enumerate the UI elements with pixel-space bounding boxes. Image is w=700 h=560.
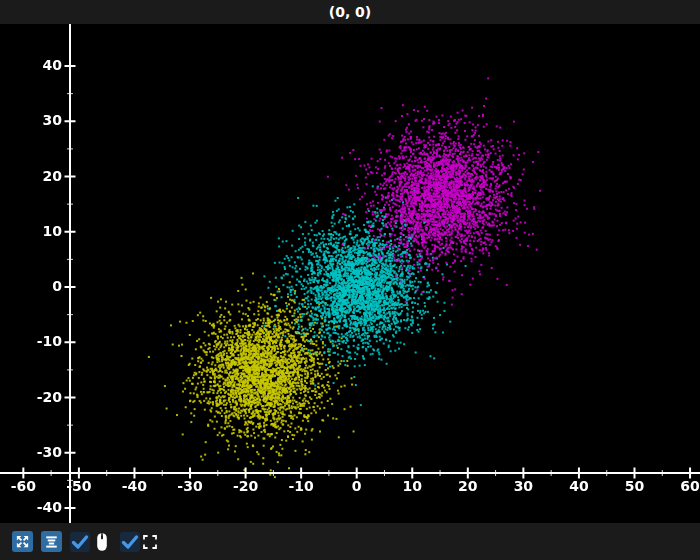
plot-area[interactable]: -60-50-40-30-20-100102030405060403020100… [0,24,700,523]
maintain-aspect-control [120,532,158,552]
expand-arrows-icon [15,534,30,549]
panzoom-control [70,532,112,552]
toolbar [0,523,700,560]
fullscreen-icon [142,534,158,550]
checkmark-icon [70,532,90,552]
checkmark-icon [120,532,140,552]
align-center-icon [44,534,59,549]
center-scene-button[interactable] [41,531,62,552]
scatter-canvas[interactable] [0,24,700,523]
subplot-header: (0, 0) [0,0,700,24]
auto-scale-button[interactable] [12,531,33,552]
panzoom-checkbox[interactable] [70,532,90,552]
mouse-icon [92,532,112,552]
maintain-aspect-checkbox[interactable] [120,532,140,552]
plot-window: (0, 0) -60-50-40-30-20-10010203040506040… [0,0,700,560]
subplot-title: (0, 0) [329,4,371,20]
